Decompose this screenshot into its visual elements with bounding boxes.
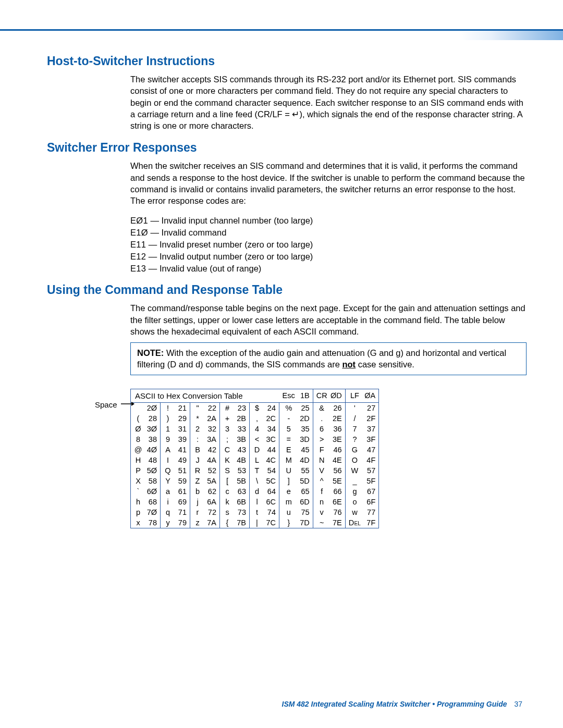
ascii-hex: 7C [262, 517, 279, 528]
page-footer: ISM 482 Integrated Scaling Matrix Switch… [0, 700, 563, 708]
ascii-char: ? [345, 434, 362, 445]
ascii-char: _ [345, 476, 362, 486]
error-code-item: E12 — Invalid output number (zero or too… [130, 252, 527, 262]
ascii-char: H [131, 455, 144, 465]
footer-text: ISM 482 Integrated Scaling Matrix Switch… [282, 700, 507, 708]
ascii-hex: 67 [362, 486, 379, 497]
ascii-char: ; [220, 434, 233, 445]
ascii-char: @ [131, 445, 144, 455]
ascii-char: ^ [313, 476, 328, 486]
ascii-hex: 6E [328, 497, 346, 507]
ascii-hex: 55 [296, 465, 313, 476]
ascii-char: I [161, 455, 174, 465]
ascii-char: m [279, 497, 296, 507]
ascii-char: S [220, 465, 233, 476]
ascii-char: C [220, 445, 233, 455]
ascii-hex: 41 [173, 445, 190, 455]
ascii-char: ` [131, 486, 144, 497]
ascii-hex: 78 [143, 517, 161, 528]
ascii-hex: 25 [296, 402, 313, 413]
ascii-char: i [161, 497, 174, 507]
ascii-hex: 2A [203, 413, 220, 424]
table-row: p7Øq71r72s73t74u75v76w77 [131, 507, 379, 517]
ascii-char: f [313, 486, 328, 497]
ascii-char: % [279, 402, 296, 413]
ascii-char: T [250, 465, 263, 476]
ascii-char: B [190, 445, 203, 455]
ascii-char: X [131, 476, 144, 486]
ascii-char: | [250, 517, 263, 528]
page-number: 37 [514, 700, 522, 708]
ascii-char: g [345, 486, 362, 497]
ascii-char: Ø [131, 424, 144, 434]
ascii-hex: 59 [173, 476, 190, 486]
ascii-hex: 2F [362, 413, 379, 424]
ascii-char: K [220, 455, 233, 465]
ascii-char: ' [345, 402, 362, 413]
ascii-hex-table: ASCII to Hex Conversion Table Esc 1B CR … [130, 389, 379, 528]
ascii-hex: 5B [232, 476, 250, 486]
ascii-char: a [161, 486, 174, 497]
ascii-hex: 5A [203, 476, 220, 486]
table-row: Ø3Ø131232333434535636737 [131, 424, 379, 434]
ascii-hex: 4C [262, 455, 279, 465]
error-code-item: E13 — Invalid value (out of range) [130, 264, 527, 274]
ascii-char: - [279, 413, 296, 424]
ascii-hex: 46 [328, 445, 346, 455]
hdr-cr-ch: CR [313, 389, 328, 402]
ascii-hex: 6F [362, 497, 379, 507]
ascii-char: u [279, 507, 296, 517]
error-code: E13 [130, 264, 146, 273]
ascii-hex: 5Ø [143, 465, 161, 476]
error-desc: — Invalid output number (zero or too lar… [146, 252, 313, 261]
ascii-hex: 62 [203, 486, 220, 497]
ascii-char: ! [161, 402, 174, 413]
ascii-char: 7 [345, 424, 362, 434]
ascii-hex: 66 [328, 486, 346, 497]
table-row: @4ØA41B42C43D44E45F46G47 [131, 445, 379, 455]
ascii-char: R [190, 465, 203, 476]
ascii-char: J [190, 455, 203, 465]
ascii-char: , [250, 413, 263, 424]
ascii-char: o [345, 497, 362, 507]
heading-error-responses: Switcher Error Responses [47, 141, 527, 155]
ascii-hex: 71 [173, 507, 190, 517]
ascii-hex: 4D [296, 455, 313, 465]
table-row: h68i69j6Ak6Bl6Cm6Dn6Eo6F [131, 497, 379, 507]
ascii-char: N [313, 455, 328, 465]
note-text-and2: and [176, 360, 195, 369]
ascii-hex: 73 [232, 507, 250, 517]
table-row: `6Øa61b62c63d64e65f66g67 [131, 486, 379, 497]
ascii-hex: 39 [173, 434, 190, 445]
space-label: Space [95, 400, 117, 409]
ascii-char: F [313, 445, 328, 455]
note-label: NOTE: [137, 348, 164, 357]
error-code-item: E11 — Invalid preset number (zero or too… [130, 240, 527, 250]
hdr-esc-ch: Esc [279, 389, 296, 402]
ascii-hex: 3Ø [143, 424, 161, 434]
ascii-hex: 28 [143, 413, 161, 424]
ascii-char: / [345, 413, 362, 424]
ascii-hex: 64 [262, 486, 279, 497]
error-code: EØ1 [130, 216, 148, 225]
ascii-char: ~ [313, 517, 328, 528]
ascii-hex: 74 [262, 507, 279, 517]
ascii-hex: 72 [203, 507, 220, 517]
ascii-char: # [220, 402, 233, 413]
ascii-char: n [313, 497, 328, 507]
error-code: E1Ø [130, 228, 148, 237]
ascii-hex: 3D [296, 434, 313, 445]
ascii-hex: 38 [143, 434, 161, 445]
ascii-hex: 31 [173, 424, 190, 434]
ascii-hex: 63 [232, 486, 250, 497]
ascii-hex: 61 [173, 486, 190, 497]
ascii-hex: 7Ø [143, 507, 161, 517]
ascii-char: . [313, 413, 328, 424]
ascii-hex: 7F [362, 517, 379, 528]
page: Host-to-Switcher Instructions The switch… [0, 0, 563, 728]
ascii-hex: 5D [296, 476, 313, 486]
ascii-hex: 32 [203, 424, 220, 434]
ascii-char: 6 [313, 424, 328, 434]
ascii-hex: 4A [203, 455, 220, 465]
error-desc: — Invalid command [148, 228, 226, 237]
